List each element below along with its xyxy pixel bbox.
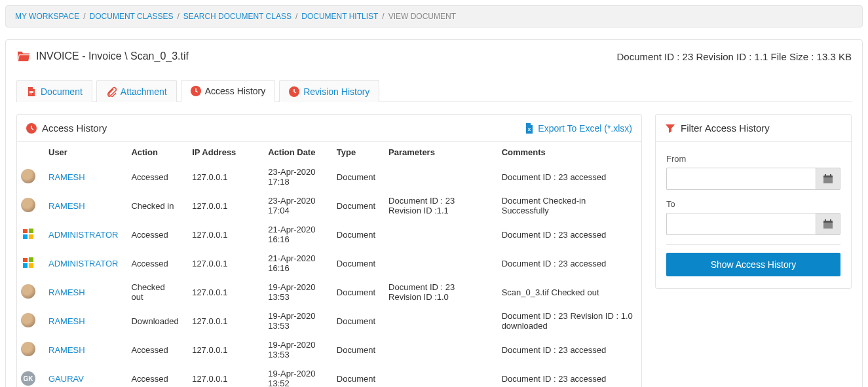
- cell-date: 19-Apr-2020 13:53: [261, 278, 330, 306]
- table-row: RAMESHAccessed127.0.0.123-Apr-2020 17:18…: [17, 162, 641, 191]
- to-date-input[interactable]: [666, 213, 816, 235]
- breadcrumb-item: VIEW DOCUMENT: [388, 12, 456, 21]
- column-header: User: [42, 142, 124, 162]
- calendar-icon: [823, 174, 833, 184]
- table-row: RAMESHChecked in127.0.0.123-Apr-2020 17:…: [17, 191, 641, 220]
- breadcrumb-item[interactable]: SEARCH DOCUMENT CLASS: [183, 12, 292, 21]
- cell-params: Document ID : 23 Revision ID :1.1: [382, 191, 495, 220]
- user-link[interactable]: ADMINISTRATOR: [48, 259, 118, 268]
- cell-comments: Document ID : 23 accessed: [495, 364, 641, 387]
- clock-icon: [289, 86, 299, 97]
- cell-type: Document: [330, 306, 382, 335]
- to-label: To: [666, 199, 840, 209]
- show-access-history-button[interactable]: Show Access History: [666, 253, 840, 276]
- from-label: From: [666, 154, 840, 164]
- cell-type: Document: [330, 249, 382, 278]
- breadcrumb-item[interactable]: DOCUMENT CLASSES: [90, 12, 174, 21]
- cell-action: Checked in: [124, 191, 185, 220]
- avatar: [21, 198, 35, 212]
- user-link[interactable]: RAMESH: [48, 287, 85, 297]
- column-header: Action Date: [261, 142, 330, 162]
- breadcrumb: MY WORKSPACE/DOCUMENT CLASSES/SEARCH DOC…: [5, 5, 863, 28]
- svg-rect-21: [825, 174, 826, 176]
- export-excel-link[interactable]: x Export To Excel (*.xlsx): [525, 123, 632, 134]
- cell-ip: 127.0.0.1: [185, 249, 261, 278]
- column-header: Comments: [495, 142, 641, 162]
- svg-rect-9: [23, 234, 28, 239]
- document-meta: Document ID : 23 Revision ID : 1.1 File …: [617, 51, 852, 62]
- cell-action: Accessed: [124, 162, 185, 191]
- cell-params: [382, 162, 495, 191]
- clock-icon: [26, 123, 37, 134]
- cell-date: 19-Apr-2020 13:53: [261, 335, 330, 364]
- cell-comments: Document ID : 23 accessed: [495, 162, 641, 191]
- avatar: GK: [21, 371, 35, 386]
- svg-rect-22: [830, 174, 831, 176]
- avatar: [21, 313, 35, 327]
- cell-ip: 127.0.0.1: [185, 364, 261, 387]
- cell-comments: Document ID : 23 accessed: [495, 249, 641, 278]
- svg-rect-11: [23, 258, 28, 262]
- tab-access-history[interactable]: Access History: [181, 80, 276, 102]
- table-row: ADMINISTRATORAccessed127.0.0.121-Apr-202…: [17, 249, 641, 278]
- table-row: RAMESHDownloaded127.0.0.119-Apr-2020 13:…: [17, 306, 641, 335]
- avatar: [21, 342, 35, 356]
- cell-date: 23-Apr-2020 17:18: [261, 162, 330, 191]
- cell-ip: 127.0.0.1: [185, 191, 261, 220]
- svg-rect-24: [823, 223, 833, 229]
- svg-rect-0: [29, 91, 33, 92]
- cell-action: Downloaded: [124, 306, 185, 335]
- tab-label: Revision History: [303, 86, 369, 97]
- breadcrumb-item[interactable]: MY WORKSPACE: [15, 12, 79, 21]
- cell-comments: Scan_0_3.tif Checked out: [495, 278, 641, 306]
- avatar: [21, 227, 35, 241]
- user-link[interactable]: RAMESH: [48, 345, 85, 355]
- svg-rect-20: [823, 177, 833, 183]
- avatar: [21, 284, 35, 299]
- cell-ip: 127.0.0.1: [185, 220, 261, 249]
- column-header: Type: [330, 142, 382, 162]
- tab-label: Attachment: [121, 86, 167, 97]
- document-tabs: DocumentAttachmentAccess HistoryRevision…: [16, 79, 852, 102]
- cell-comments: Document ID : 23 accessed: [495, 335, 641, 364]
- tab-label: Document: [41, 86, 83, 97]
- user-link[interactable]: RAMESH: [48, 316, 85, 326]
- cell-type: Document: [330, 191, 382, 220]
- document-title: INVOICE - Invoice \ Scan_0_3.tif: [36, 50, 617, 62]
- from-date-picker-button[interactable]: [816, 168, 840, 190]
- cell-action: Accessed: [124, 249, 185, 278]
- cell-params: [382, 335, 495, 364]
- user-link[interactable]: ADMINISTRATOR: [48, 230, 118, 240]
- to-date-picker-button[interactable]: [816, 213, 840, 235]
- access-history-title: Access History: [42, 122, 525, 134]
- cell-comments: Document ID : 23 accessed: [495, 220, 641, 249]
- breadcrumb-item[interactable]: DOCUMENT HITLIST: [301, 12, 378, 21]
- from-date-input[interactable]: [666, 168, 816, 190]
- svg-rect-26: [830, 219, 831, 221]
- svg-rect-14: [29, 263, 33, 268]
- clock-icon: [191, 86, 201, 96]
- tab-attachment[interactable]: Attachment: [96, 80, 177, 102]
- svg-rect-1: [29, 92, 33, 93]
- cell-params: [382, 249, 495, 278]
- tab-revision-history[interactable]: Revision History: [279, 80, 379, 102]
- cell-type: Document: [330, 335, 382, 364]
- column-header: IP Address: [185, 142, 261, 162]
- file-icon: [26, 86, 37, 97]
- cell-type: Document: [330, 278, 382, 306]
- calendar-icon: [823, 219, 833, 229]
- user-link[interactable]: GAURAV: [48, 374, 84, 384]
- cell-comments: Document Checked-in Successfully: [495, 191, 641, 220]
- tab-document[interactable]: Document: [16, 80, 92, 102]
- cell-type: Document: [330, 364, 382, 387]
- divider: [666, 244, 840, 245]
- cell-params: Document ID : 23 Revision ID :1.0: [382, 278, 495, 306]
- cell-ip: 127.0.0.1: [185, 162, 261, 191]
- cell-ip: 127.0.0.1: [185, 278, 261, 306]
- user-link[interactable]: RAMESH: [48, 201, 85, 211]
- cell-date: 19-Apr-2020 13:53: [261, 306, 330, 335]
- document-header: INVOICE - Invoice \ Scan_0_3.tif Documen…: [16, 40, 852, 79]
- user-link[interactable]: RAMESH: [48, 172, 85, 182]
- column-header: Parameters: [382, 142, 495, 162]
- export-excel-label: Export To Excel (*.xlsx): [538, 123, 632, 134]
